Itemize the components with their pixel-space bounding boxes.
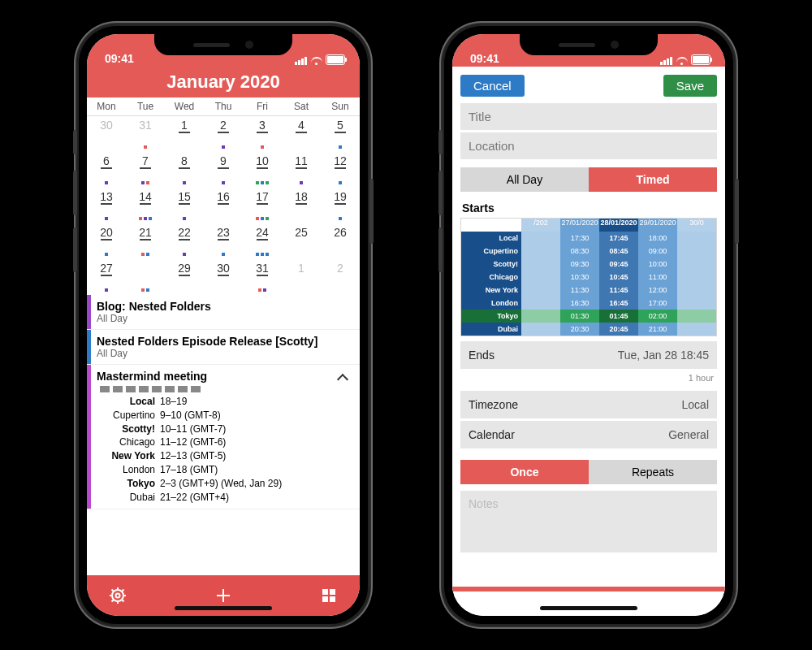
picker-cell[interactable] — [677, 323, 716, 336]
picker-cell[interactable]: 08:45 — [599, 245, 638, 258]
picker-cell[interactable]: 20:45 — [599, 323, 638, 336]
day-cell[interactable]: 26 — [321, 223, 360, 259]
day-cell[interactable]: 5 — [321, 116, 360, 152]
picker-cell[interactable] — [677, 310, 716, 323]
day-cell[interactable]: 24 — [243, 223, 282, 259]
day-cell[interactable]: 2 — [204, 116, 243, 152]
chevron-up-icon[interactable] — [337, 373, 348, 384]
picker-cell[interactable]: 10:30 — [560, 271, 599, 284]
day-cell[interactable]: 20 — [87, 223, 126, 259]
picker-date-header[interactable]: 27/01/2020 — [560, 219, 599, 232]
picker-cell[interactable]: 20:30 — [560, 323, 599, 336]
picker-cell[interactable]: 09:00 — [638, 245, 677, 258]
picker-cell[interactable] — [521, 297, 560, 310]
picker-cell[interactable]: 17:30 — [560, 232, 599, 245]
event-item[interactable]: Mastermind meetingLocal18–19Cupertino9–1… — [87, 365, 360, 509]
calendar-row[interactable]: Calendar General — [460, 421, 717, 448]
day-cell[interactable]: 9 — [204, 152, 243, 188]
picker-cell[interactable]: 09:45 — [599, 258, 638, 271]
picker-cell[interactable] — [677, 297, 716, 310]
day-cell[interactable]: 19 — [321, 188, 360, 223]
day-cell[interactable]: 1 — [165, 116, 204, 152]
day-cell[interactable]: 17 — [243, 188, 282, 223]
notes-input[interactable]: Notes — [460, 491, 717, 552]
view-switch-button[interactable] — [319, 586, 339, 605]
picker-cell[interactable]: 11:30 — [560, 284, 599, 297]
day-cell[interactable]: 28 — [126, 259, 165, 295]
picker-cell[interactable] — [521, 245, 560, 258]
day-cell[interactable]: 18 — [282, 188, 321, 223]
day-cell[interactable]: 2 — [321, 259, 360, 295]
save-button[interactable]: Save — [663, 75, 717, 97]
picker-date-header[interactable] — [461, 219, 521, 232]
day-cell[interactable]: 21 — [126, 223, 165, 259]
picker-cell[interactable] — [677, 245, 716, 258]
location-input[interactable]: Location — [460, 132, 717, 159]
day-cell[interactable]: 13 — [87, 188, 126, 223]
title-input[interactable]: Title — [460, 103, 717, 130]
picker-cell[interactable]: 02:00 — [638, 310, 677, 323]
picker-cell[interactable]: 08:30 — [560, 245, 599, 258]
day-cell[interactable]: 27 — [87, 259, 126, 295]
day-cell[interactable]: 4 — [282, 116, 321, 152]
picker-cell[interactable]: 10:00 — [638, 258, 677, 271]
picker-date-header[interactable]: 28/01/2020 — [599, 219, 638, 232]
picker-cell[interactable]: 17:00 — [638, 297, 677, 310]
picker-cell[interactable] — [521, 271, 560, 284]
settings-button[interactable] — [108, 586, 127, 605]
segment-timed[interactable]: Timed — [589, 167, 717, 192]
day-cell[interactable]: 3 — [243, 116, 282, 152]
picker-cell[interactable]: 10:45 — [599, 271, 638, 284]
day-cell[interactable]: 15 — [165, 188, 204, 223]
picker-cell[interactable]: 01:30 — [560, 310, 599, 323]
picker-date-header[interactable]: /202 — [521, 219, 560, 232]
picker-date-header[interactable]: 29/01/2020 — [638, 219, 677, 232]
day-cell[interactable]: 22 — [165, 223, 204, 259]
picker-cell[interactable]: 01:45 — [599, 310, 638, 323]
day-cell[interactable]: 11 — [282, 152, 321, 188]
day-cell[interactable]: 16 — [204, 188, 243, 223]
day-cell[interactable]: 10 — [243, 152, 282, 188]
day-cell[interactable]: 14 — [126, 188, 165, 223]
picker-cell[interactable] — [677, 232, 716, 245]
picker-cell[interactable] — [521, 258, 560, 271]
event-item[interactable]: Blog: Nested FoldersAll Day — [87, 295, 360, 330]
picker-cell[interactable]: 11:00 — [638, 271, 677, 284]
picker-date-header[interactable]: 30/0 — [677, 219, 716, 232]
timezone-picker[interactable]: /20227/01/202028/01/202029/01/202030/0Lo… — [460, 218, 717, 336]
picker-cell[interactable]: 11:45 — [599, 284, 638, 297]
picker-cell[interactable]: 21:00 — [638, 323, 677, 336]
timezone-row[interactable]: Timezone Local — [460, 391, 717, 418]
segment-repeats[interactable]: Repeats — [589, 460, 717, 484]
day-cell[interactable]: 31 — [243, 259, 282, 295]
day-cell[interactable]: 25 — [282, 223, 321, 259]
day-cell[interactable]: 8 — [165, 152, 204, 188]
picker-cell[interactable]: 18:00 — [638, 232, 677, 245]
picker-cell[interactable] — [521, 284, 560, 297]
repeat-segment[interactable]: Once Repeats — [460, 460, 717, 484]
allday-timed-segment[interactable]: All Day Timed — [460, 167, 717, 192]
ends-row[interactable]: Ends Tue, Jan 28 18:45 — [460, 341, 717, 369]
day-cell[interactable]: 30 — [204, 259, 243, 295]
day-cell[interactable]: 29 — [165, 259, 204, 295]
picker-cell[interactable]: 09:30 — [560, 258, 599, 271]
picker-cell[interactable]: 16:45 — [599, 297, 638, 310]
month-grid[interactable]: 3031123456789101112131415161718192021222… — [87, 116, 360, 295]
picker-cell[interactable] — [677, 258, 716, 271]
add-event-button[interactable] — [214, 586, 233, 605]
segment-once[interactable]: Once — [460, 460, 589, 484]
day-cell[interactable]: 30 — [87, 116, 126, 152]
picker-cell[interactable]: 16:30 — [560, 297, 599, 310]
day-cell[interactable]: 6 — [87, 152, 126, 188]
day-cell[interactable]: 1 — [282, 259, 321, 295]
picker-cell[interactable] — [521, 323, 560, 336]
picker-cell[interactable] — [521, 310, 560, 323]
day-cell[interactable]: 23 — [204, 223, 243, 259]
segment-allday[interactable]: All Day — [460, 167, 589, 192]
picker-cell[interactable]: 12:00 — [638, 284, 677, 297]
day-cell[interactable]: 12 — [321, 152, 360, 188]
picker-cell[interactable]: 17:45 — [599, 232, 638, 245]
picker-cell[interactable] — [521, 232, 560, 245]
cancel-button[interactable]: Cancel — [460, 75, 525, 97]
day-cell[interactable]: 7 — [126, 152, 165, 188]
